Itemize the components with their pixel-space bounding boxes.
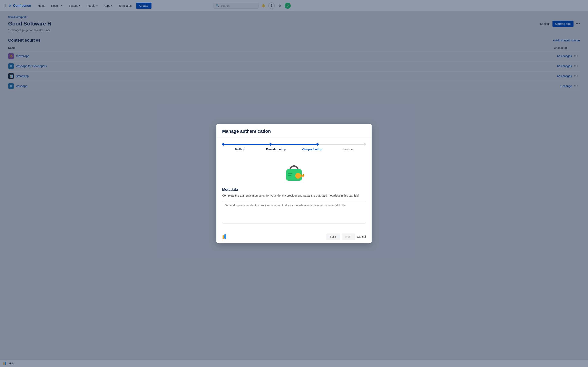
stepper-track — [222, 143, 294, 146]
stepper-labels: Method Provider setup Viewport setup Suc… — [222, 148, 294, 151]
modal-body: Method Provider setup Viewport setup Suc… — [216, 137, 294, 184]
step-line-1 — [225, 144, 269, 145]
modal-overlay: Manage authentication — [0, 0, 294, 184]
step-label-method: Method — [222, 148, 258, 151]
modal-title: Manage authentication — [222, 129, 294, 134]
step-dot-provider — [269, 143, 272, 146]
lock-icon — [282, 157, 294, 182]
lock-illustration — [222, 157, 294, 182]
step-label-provider: Provider setup — [258, 148, 294, 151]
modal: Manage authentication — [216, 124, 294, 184]
modal-header: Manage authentication — [216, 124, 294, 137]
stepper: Method Provider setup Viewport setup Suc… — [222, 143, 294, 151]
svg-rect-0 — [286, 169, 294, 181]
step-dot-method — [222, 143, 225, 146]
step-line-2 — [272, 144, 294, 145]
